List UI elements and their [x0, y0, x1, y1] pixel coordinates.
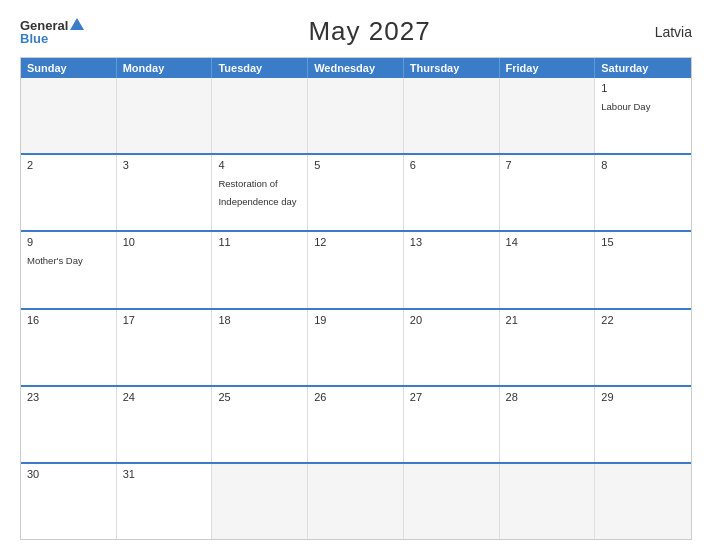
calendar-cell: 16 — [21, 310, 117, 385]
day-number: 24 — [123, 391, 206, 403]
calendar-cell: 14 — [500, 232, 596, 307]
calendar-cell — [595, 464, 691, 539]
calendar-week: 9Mother's Day101112131415 — [21, 232, 691, 309]
day-event: Restoration of Independence day — [218, 178, 296, 207]
logo-triangle-icon — [70, 18, 84, 30]
calendar-cell: 9Mother's Day — [21, 232, 117, 307]
calendar-cell: 27 — [404, 387, 500, 462]
day-number: 18 — [218, 314, 301, 326]
calendar-week: 16171819202122 — [21, 310, 691, 387]
logo: General Blue — [20, 18, 84, 45]
day-number: 4 — [218, 159, 301, 171]
day-number: 10 — [123, 236, 206, 248]
calendar-cell: 23 — [21, 387, 117, 462]
logo-block: General Blue — [20, 18, 84, 45]
country-label: Latvia — [655, 24, 692, 40]
day-number: 6 — [410, 159, 493, 171]
day-number: 21 — [506, 314, 589, 326]
calendar-cell: 10 — [117, 232, 213, 307]
calendar-cell: 26 — [308, 387, 404, 462]
calendar-cell: 2 — [21, 155, 117, 230]
calendar-cell — [500, 464, 596, 539]
day-number: 2 — [27, 159, 110, 171]
calendar-cell: 17 — [117, 310, 213, 385]
calendar-cell: 7 — [500, 155, 596, 230]
calendar-cell: 3 — [117, 155, 213, 230]
calendar-header-cell: Sunday — [21, 58, 117, 78]
calendar-week: 3031 — [21, 464, 691, 539]
day-number: 7 — [506, 159, 589, 171]
calendar-header-cell: Tuesday — [212, 58, 308, 78]
calendar-cell — [404, 78, 500, 153]
day-number: 22 — [601, 314, 685, 326]
calendar-body: 1Labour Day234Restoration of Independenc… — [21, 78, 691, 539]
calendar-header-cell: Friday — [500, 58, 596, 78]
day-number: 19 — [314, 314, 397, 326]
calendar-cell: 21 — [500, 310, 596, 385]
day-number: 26 — [314, 391, 397, 403]
calendar-cell: 4Restoration of Independence day — [212, 155, 308, 230]
calendar-cell — [21, 78, 117, 153]
calendar-cell: 28 — [500, 387, 596, 462]
day-number: 15 — [601, 236, 685, 248]
page: General Blue May 2027 Latvia SundayMonda… — [0, 0, 712, 550]
calendar-cell: 12 — [308, 232, 404, 307]
day-event: Mother's Day — [27, 255, 83, 266]
calendar-cell: 31 — [117, 464, 213, 539]
logo-general-text: General — [20, 19, 68, 32]
day-number: 1 — [601, 82, 685, 94]
calendar-header-cell: Thursday — [404, 58, 500, 78]
calendar-cell: 22 — [595, 310, 691, 385]
calendar-cell — [212, 464, 308, 539]
calendar-cell: 8 — [595, 155, 691, 230]
day-number: 29 — [601, 391, 685, 403]
day-number: 28 — [506, 391, 589, 403]
calendar-header-cell: Wednesday — [308, 58, 404, 78]
calendar-week: 23242526272829 — [21, 387, 691, 464]
day-number: 31 — [123, 468, 206, 480]
calendar-cell: 6 — [404, 155, 500, 230]
calendar-cell: 18 — [212, 310, 308, 385]
day-number: 23 — [27, 391, 110, 403]
calendar-cell: 1Labour Day — [595, 78, 691, 153]
calendar-header-row: SundayMondayTuesdayWednesdayThursdayFrid… — [21, 58, 691, 78]
calendar-cell: 29 — [595, 387, 691, 462]
logo-blue-text: Blue — [20, 32, 48, 45]
day-number: 30 — [27, 468, 110, 480]
calendar-cell — [308, 78, 404, 153]
calendar-cell: 24 — [117, 387, 213, 462]
day-number: 27 — [410, 391, 493, 403]
day-number: 12 — [314, 236, 397, 248]
calendar-cell — [212, 78, 308, 153]
header: General Blue May 2027 Latvia — [20, 16, 692, 47]
calendar-cell — [404, 464, 500, 539]
day-number: 20 — [410, 314, 493, 326]
calendar: SundayMondayTuesdayWednesdayThursdayFrid… — [20, 57, 692, 540]
day-event: Labour Day — [601, 101, 650, 112]
calendar-header-cell: Saturday — [595, 58, 691, 78]
day-number: 14 — [506, 236, 589, 248]
calendar-cell: 5 — [308, 155, 404, 230]
calendar-week: 234Restoration of Independence day5678 — [21, 155, 691, 232]
day-number: 9 — [27, 236, 110, 248]
logo-top: General — [20, 18, 84, 32]
day-number: 8 — [601, 159, 685, 171]
calendar-cell: 30 — [21, 464, 117, 539]
day-number: 13 — [410, 236, 493, 248]
calendar-cell — [500, 78, 596, 153]
calendar-cell: 11 — [212, 232, 308, 307]
calendar-cell — [308, 464, 404, 539]
day-number: 11 — [218, 236, 301, 248]
calendar-cell — [117, 78, 213, 153]
day-number: 16 — [27, 314, 110, 326]
day-number: 17 — [123, 314, 206, 326]
calendar-cell: 13 — [404, 232, 500, 307]
calendar-cell: 15 — [595, 232, 691, 307]
day-number: 5 — [314, 159, 397, 171]
day-number: 25 — [218, 391, 301, 403]
calendar-week: 1Labour Day — [21, 78, 691, 155]
calendar-cell: 19 — [308, 310, 404, 385]
calendar-cell: 20 — [404, 310, 500, 385]
day-number: 3 — [123, 159, 206, 171]
calendar-header-cell: Monday — [117, 58, 213, 78]
